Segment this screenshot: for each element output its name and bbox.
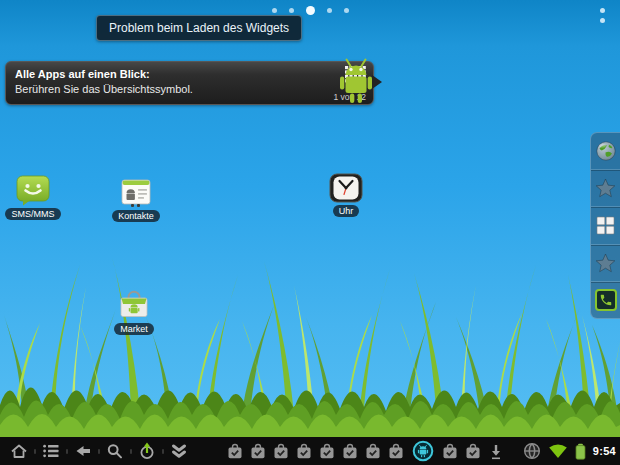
circle-up-arrow-button[interactable] <box>136 442 158 460</box>
sidebar-item-browser[interactable] <box>591 133 620 169</box>
sidebar-dock <box>590 132 620 319</box>
page-dot[interactable] <box>289 8 294 13</box>
taskbar-separator <box>66 449 68 454</box>
shortcut-market[interactable]: Market <box>102 290 166 335</box>
status-area[interactable]: 9:54 <box>523 442 620 460</box>
active-android-download-icon[interactable] <box>412 440 434 462</box>
window-grid-icon <box>596 216 615 235</box>
menu-dot <box>600 18 605 23</box>
shortcut-label: Kontakte <box>112 210 160 222</box>
search-button[interactable] <box>104 442 126 460</box>
shortcut-uhr[interactable]: Uhr <box>314 173 378 217</box>
sms-speech-bubble-icon <box>16 175 50 206</box>
page-dot[interactable] <box>327 8 332 13</box>
clock-icon <box>329 173 363 203</box>
hint-title: Alle Apps auf einen Blick: <box>15 67 317 82</box>
market-download-badge-icon[interactable] <box>366 443 380 459</box>
toast-text: Problem beim Laden des Widgets <box>109 21 289 35</box>
browser-globe-icon <box>596 141 616 161</box>
market-download-badge-icon[interactable] <box>466 443 480 459</box>
taskbar: 9:54 <box>0 437 620 465</box>
shortcut-label: SMS/MMS <box>5 208 60 220</box>
market-download-badge-icon[interactable] <box>320 443 334 459</box>
market-download-badge-icon[interactable] <box>389 443 403 459</box>
home-button[interactable] <box>8 442 30 460</box>
market-download-badge-icon[interactable] <box>228 443 242 459</box>
phone-call-icon <box>595 289 617 311</box>
taskbar-separator <box>162 449 164 454</box>
shortcut-label: Uhr <box>333 205 360 217</box>
notification-area <box>228 440 503 462</box>
battery-icon <box>575 443 586 460</box>
sidebar-item-favorite-1[interactable] <box>591 169 620 206</box>
no-signal-globe-icon <box>523 442 541 460</box>
overflow-menu-icon[interactable] <box>600 8 605 23</box>
clock-time: 9:54 <box>593 445 616 457</box>
market-download-badge-icon[interactable] <box>274 443 288 459</box>
sidebar-item-phone[interactable] <box>591 281 620 318</box>
market-download-badge-icon[interactable] <box>297 443 311 459</box>
menu-dot <box>600 8 605 13</box>
sidebar-item-apps-grid[interactable] <box>591 206 620 243</box>
star-icon <box>595 253 616 273</box>
taskbar-separator <box>130 449 132 454</box>
market-download-badge-icon[interactable] <box>251 443 265 459</box>
shortcut-label: Market <box>114 323 154 335</box>
market-download-badge-icon[interactable] <box>443 443 457 459</box>
download-arrow-icon[interactable] <box>489 443 503 460</box>
star-icon <box>595 178 616 198</box>
taskbar-separator <box>34 449 36 454</box>
page-dot[interactable] <box>344 8 349 13</box>
back-button[interactable] <box>72 442 94 460</box>
shortcut-sms-mms[interactable]: SMS/MMS <box>1 175 65 220</box>
contacts-card-icon <box>120 178 152 208</box>
android-robot-icon <box>337 58 375 105</box>
page-dot[interactable] <box>272 8 277 13</box>
taskbar-separator <box>98 449 100 454</box>
sidebar-item-favorite-2[interactable] <box>591 244 620 281</box>
hide-taskbar-chevrons-button[interactable] <box>168 442 190 460</box>
page-dot-active[interactable] <box>306 6 315 15</box>
menu-button[interactable] <box>40 442 62 460</box>
android-home-screen: Problem beim Laden des Widgets Alle Apps… <box>0 0 620 465</box>
toast-message: Problem beim Laden des Widgets <box>96 15 302 41</box>
hint-body: Berühren Sie das Übersichtssymbol. <box>15 82 317 97</box>
market-bag-icon <box>118 290 150 321</box>
hint-bubble[interactable]: Alle Apps auf einen Blick: Berühren Sie … <box>5 61 374 105</box>
grass-wallpaper <box>0 257 620 437</box>
shortcut-kontakte[interactable]: Kontakte <box>104 178 168 222</box>
market-download-badge-icon[interactable] <box>343 443 357 459</box>
wifi-icon <box>548 443 568 459</box>
